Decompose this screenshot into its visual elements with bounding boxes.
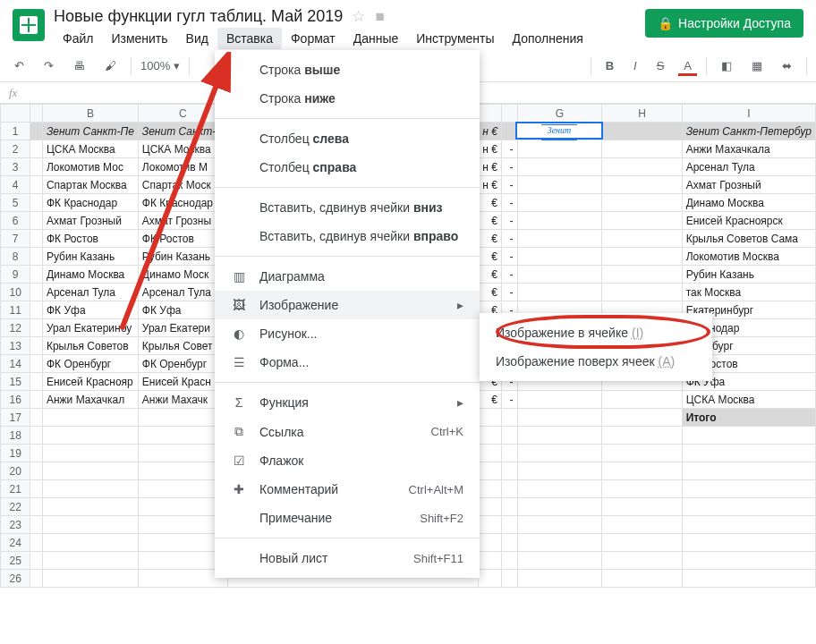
cell[interactable] — [42, 462, 138, 480]
cell[interactable]: - — [501, 266, 517, 284]
cell[interactable] — [602, 552, 682, 570]
cell[interactable]: Локомотив Москва — [682, 248, 815, 266]
cell[interactable] — [517, 516, 602, 534]
cell[interactable]: Ахмат Грозный — [682, 176, 815, 194]
row-header[interactable]: 5 — [1, 194, 30, 212]
cell[interactable] — [602, 266, 682, 284]
row-header[interactable]: 13 — [1, 337, 30, 355]
cell[interactable] — [30, 516, 43, 534]
cell[interactable]: - — [501, 212, 517, 230]
menu-edit[interactable]: Изменить — [102, 28, 176, 49]
insert-row-above[interactable]: •Строка выше — [215, 55, 480, 84]
row-header[interactable]: 2 — [1, 140, 30, 158]
insert-drawing[interactable]: ◐Рисунок... — [215, 319, 480, 348]
menu-view[interactable]: Вид — [177, 28, 217, 49]
cell[interactable] — [478, 498, 501, 516]
select-all[interactable] — [1, 105, 30, 123]
cell[interactable] — [682, 462, 815, 480]
row-header[interactable]: 18 — [1, 427, 30, 445]
cell[interactable]: Анжи Махачкала — [682, 140, 815, 158]
row-header[interactable]: 10 — [1, 284, 30, 301]
row-header[interactable]: 20 — [1, 462, 30, 480]
cell[interactable] — [602, 158, 682, 176]
bold-icon[interactable]: B — [600, 55, 619, 76]
cell[interactable] — [30, 355, 43, 373]
cell[interactable]: € — [478, 391, 501, 409]
cell[interactable] — [30, 570, 43, 588]
insert-image[interactable]: 🖼Изображение▸ — [215, 291, 480, 319]
cell[interactable] — [478, 409, 501, 427]
print-icon[interactable]: 🖶 — [68, 55, 90, 76]
insert-function[interactable]: ΣФункция▸ — [215, 388, 480, 417]
row-header[interactable]: 26 — [1, 570, 30, 588]
insert-note[interactable]: •ПримечаниеShift+F2 — [215, 504, 480, 532]
cell[interactable] — [602, 427, 682, 445]
text-color-icon[interactable]: A — [678, 55, 697, 76]
insert-link[interactable]: ⧉СсылкаCtrl+K — [215, 417, 480, 446]
row-header[interactable]: 25 — [1, 552, 30, 570]
cell[interactable] — [602, 123, 682, 140]
cell[interactable] — [517, 194, 602, 212]
cell[interactable]: н € — [478, 140, 501, 158]
cell[interactable]: ФК Ростов — [42, 230, 138, 248]
cell[interactable] — [602, 194, 682, 212]
cell[interactable] — [30, 140, 43, 158]
cell[interactable]: € — [478, 284, 501, 301]
cell[interactable] — [602, 498, 682, 516]
cell[interactable]: Зенит Санкт-Пе — [42, 123, 138, 140]
cell[interactable] — [517, 570, 602, 588]
cell[interactable]: - — [501, 391, 517, 409]
cell[interactable] — [602, 176, 682, 194]
cell[interactable]: Крылья Советов — [42, 337, 138, 355]
cell[interactable]: Зенит Санкт-Петербур — [682, 123, 815, 140]
cell[interactable] — [30, 498, 43, 516]
cell[interactable]: - — [501, 158, 517, 176]
cell[interactable]: - — [501, 230, 517, 248]
row-header[interactable]: 21 — [1, 480, 30, 498]
cell[interactable]: € — [478, 194, 501, 212]
cell[interactable] — [682, 480, 815, 498]
cell[interactable] — [42, 534, 138, 552]
cell[interactable] — [517, 552, 602, 570]
cell[interactable]: ФК Краснодар — [42, 194, 138, 212]
cell[interactable] — [682, 498, 815, 516]
redo-icon[interactable]: ↷ — [38, 55, 59, 76]
cell[interactable] — [517, 230, 602, 248]
cell[interactable] — [517, 480, 602, 498]
cell[interactable]: Арсенал Тула — [682, 158, 815, 176]
cell[interactable]: Енисей Красноярск — [682, 212, 815, 230]
cell[interactable] — [42, 480, 138, 498]
cell[interactable]: ЦСКА Москва — [682, 391, 815, 409]
cell[interactable]: ФК Оренбург — [42, 355, 138, 373]
insert-shift-down[interactable]: •Вставить, сдвинув ячейки вниз — [215, 193, 480, 222]
italic-icon[interactable]: I — [628, 55, 642, 76]
cell[interactable] — [30, 194, 43, 212]
cell[interactable] — [478, 427, 501, 445]
cell[interactable]: € — [478, 230, 501, 248]
paint-format-icon[interactable]: 🖌 — [99, 55, 122, 76]
cell[interactable]: - — [501, 140, 517, 158]
col-header[interactable]: G — [517, 105, 602, 123]
cell[interactable] — [517, 445, 602, 462]
cell[interactable] — [30, 319, 43, 337]
menu-file[interactable]: Файл — [54, 28, 102, 49]
cell[interactable]: ФК Уфа — [42, 301, 138, 319]
doc-title[interactable]: Новые функции гугл таблиц. Май 2019 — [54, 5, 343, 27]
cell[interactable] — [602, 516, 682, 534]
cell[interactable] — [30, 373, 43, 391]
strike-icon[interactable]: S — [651, 55, 670, 76]
cell[interactable] — [501, 534, 517, 552]
cell[interactable] — [602, 391, 682, 409]
cell[interactable] — [501, 498, 517, 516]
cell[interactable]: € — [478, 248, 501, 266]
cell[interactable]: - — [501, 284, 517, 301]
cell[interactable]: Урал Екатеринбу — [42, 319, 138, 337]
cell[interactable] — [602, 248, 682, 266]
row-header[interactable]: 16 — [1, 391, 30, 409]
cell[interactable] — [517, 248, 602, 266]
cell[interactable] — [30, 445, 43, 462]
cell[interactable] — [42, 516, 138, 534]
cell[interactable] — [478, 552, 501, 570]
cell[interactable] — [42, 445, 138, 462]
cell[interactable]: Динамо Москва — [42, 266, 138, 284]
